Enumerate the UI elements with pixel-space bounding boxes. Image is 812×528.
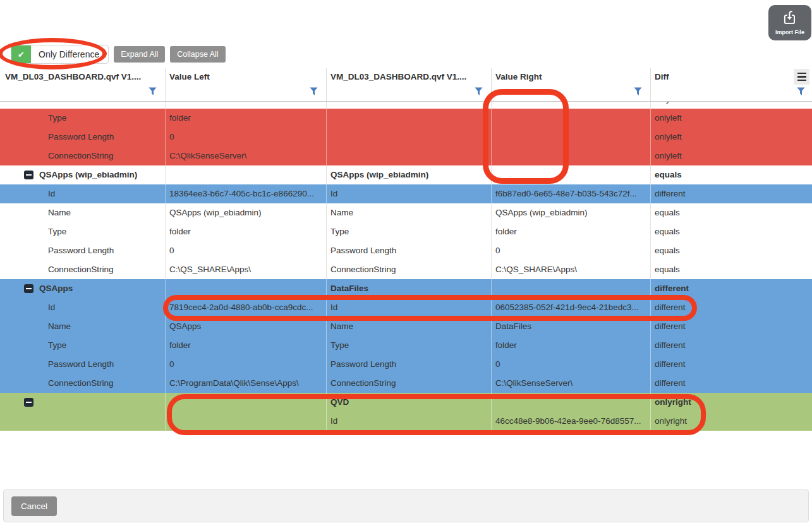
cell-diff: different <box>651 374 812 393</box>
cell-right-value <box>492 102 651 109</box>
import-file-button[interactable]: Import File <box>768 5 811 40</box>
cell-left-property: Password Length <box>0 128 166 147</box>
table-row[interactable]: ConnectionStringC:\ProgramData\Qlik\Sens… <box>0 374 812 393</box>
cell-right-value <box>492 165 651 184</box>
cell-right-value: QSApps (wip_ebiadmin) <box>492 203 651 222</box>
table-row[interactable]: Id7819cec4-2a0d-4880-ab0b-cca9cdc...Id06… <box>0 298 812 317</box>
column-header-left-file[interactable]: VM_DL03_DASHBOARD.qvf V1.... <box>0 68 166 85</box>
cell-right-value: folder <box>492 222 651 241</box>
collapse-icon[interactable] <box>24 284 33 293</box>
cell-right-property <box>327 102 492 109</box>
cell-diff: different <box>651 184 812 203</box>
cell-right-value: C:\QS_SHARE\Apps\ <box>492 260 651 279</box>
cell-diff: different <box>651 279 812 298</box>
table-row[interactable]: ConnectionStringC:\QS_SHARE\Apps\Connect… <box>0 260 812 279</box>
cell-right-property: Password Length <box>327 355 492 374</box>
table-row[interactable]: TypefolderTypefolderequals <box>0 222 812 241</box>
table-row[interactable]: QSApps (wip_ebiadmin)QSApps (wip_ebiadmi… <box>0 165 812 184</box>
cell-right-property: Name <box>327 203 492 222</box>
cell-right-property: DataFiles <box>327 279 492 298</box>
table-header-row: VM_DL03_DASHBOARD.qvf V1.... Value Left … <box>0 68 812 85</box>
cell-right-value <box>492 147 651 165</box>
filter-icon[interactable] <box>148 87 157 99</box>
import-file-label: Import File <box>775 29 804 35</box>
cell-right-value: 0 <box>492 355 651 374</box>
table-row[interactable]: TypefolderTypefolderdifferent <box>0 336 812 355</box>
toolbar: ✔ Only Difference Expand All Collapse Al… <box>11 45 226 64</box>
cell-diff: onlyright <box>651 412 812 431</box>
cell-left-property <box>0 393 166 412</box>
cell-right-property: Id <box>327 298 492 317</box>
cell-diff: different <box>651 355 812 374</box>
cell-left-value: C:\ProgramData\Qlik\Sense\Apps\ <box>166 374 327 393</box>
cell-right-value: 46cc48e8-9b06-42ea-9ee0-76d8557... <box>492 412 651 431</box>
cell-left-property: ConnectionString <box>0 374 166 393</box>
column-header-value-left[interactable]: Value Left <box>166 68 327 85</box>
table-row[interactable]: QSAppsDataFilesdifferent <box>0 279 812 298</box>
cell-diff: onlyleft <box>651 147 812 165</box>
collapse-icon[interactable] <box>24 398 33 407</box>
column-header-value-right[interactable]: Value Right <box>492 68 651 85</box>
filter-icon[interactable] <box>634 87 642 99</box>
collapse-icon[interactable] <box>24 171 33 179</box>
cell-left-value: 0 <box>166 355 327 374</box>
table-row[interactable]: QVDonlyright <box>0 393 812 412</box>
cell-right-value: 06052385-052f-421d-9ec4-21bedc3... <box>492 298 651 317</box>
filter-icon[interactable] <box>310 87 318 99</box>
cell-right-value <box>492 109 651 128</box>
cell-diff: equals <box>651 241 812 260</box>
table-row[interactable]: Typefolderonlyleft <box>0 109 812 128</box>
cell-left-property: ConnectionString <box>0 260 166 279</box>
diff-value-clipped: onlyleft <box>655 102 812 109</box>
expand-all-button[interactable]: Expand All <box>114 46 165 63</box>
table-row[interactable]: Password Length0onlyleft <box>0 128 812 147</box>
cell-right-property: Type <box>327 222 492 241</box>
cell-left-value <box>166 102 327 109</box>
cell-left-value <box>166 165 327 184</box>
cell-right-value: C:\QlikSenseServer\ <box>492 374 651 393</box>
table-row[interactable]: Id46cc48e8-9b06-42ea-9ee0-76d8557...only… <box>0 412 812 431</box>
table-row[interactable]: Id18364ee3-b6c7-405c-bc1c-e866290...Idf6… <box>0 184 812 203</box>
cell-diff: onlyleft <box>651 109 812 128</box>
group-label: QSApps (wip_ebiadmin) <box>39 165 137 184</box>
cell-right-property: Name <box>327 317 492 336</box>
cell-left-value: folder <box>166 109 327 128</box>
cell-right-value <box>492 393 651 412</box>
table-row[interactable]: NameQSAppsNameDataFilesdifferent <box>0 317 812 336</box>
cell-right-property: ConnectionString <box>327 374 492 393</box>
collapse-all-button[interactable]: Collapse All <box>170 46 225 63</box>
cell-left-value <box>166 279 327 298</box>
cell-left-value: 0 <box>166 241 327 260</box>
cell-right-property: ConnectionString <box>327 260 492 279</box>
cancel-button[interactable]: Cancel <box>11 496 57 516</box>
cell-left-value: 7819cec4-2a0d-4880-ab0b-cca9cdc... <box>166 298 327 317</box>
cell-diff: onlyleft <box>651 128 812 147</box>
cell-left-value: QSApps <box>166 317 327 336</box>
column-header-right-file[interactable]: VM_DL03_DASHBOARD.qvf V1.... <box>327 68 492 85</box>
cell-left-property: Type <box>0 336 166 355</box>
only-difference-toggle[interactable]: ✔ Only Difference <box>11 45 109 64</box>
table-body: onlyleftTypefolderonlyleftPassword Lengt… <box>0 102 812 431</box>
filter-icon[interactable] <box>475 87 483 99</box>
cell-right-property <box>327 109 492 128</box>
cell-left-property <box>0 412 166 431</box>
table-menu-icon[interactable] <box>794 69 809 85</box>
cell-right-property: QVD <box>327 393 492 412</box>
compare-dialog: Import File ✔ Only Difference Expand All… <box>0 0 812 528</box>
table-row[interactable]: ConnectionStringC:\QlikSenseServer\onlyl… <box>0 147 812 165</box>
column-header-diff[interactable]: Diff <box>651 68 812 85</box>
table-row[interactable]: NameQSApps (wip_ebiadmin)NameQSApps (wip… <box>0 203 812 222</box>
cell-right-property: Type <box>327 336 492 355</box>
checkmark-icon: ✔ <box>11 45 31 63</box>
filter-icon[interactable] <box>797 87 805 99</box>
table-row[interactable]: Password Length0Password Length0equals <box>0 241 812 260</box>
table-row[interactable]: Password Length0Password Length0differen… <box>0 355 812 374</box>
cell-left-property: QSApps (wip_ebiadmin) <box>0 165 166 184</box>
cell-left-value: C:\QS_SHARE\Apps\ <box>166 260 327 279</box>
cell-left-value: 0 <box>166 128 327 147</box>
cell-right-property <box>327 128 492 147</box>
cell-left-value: C:\QlikSenseServer\ <box>166 147 327 165</box>
table-row[interactable]: onlyleft <box>0 102 812 109</box>
cell-right-value: 0 <box>492 241 651 260</box>
cell-left-property <box>0 102 166 109</box>
